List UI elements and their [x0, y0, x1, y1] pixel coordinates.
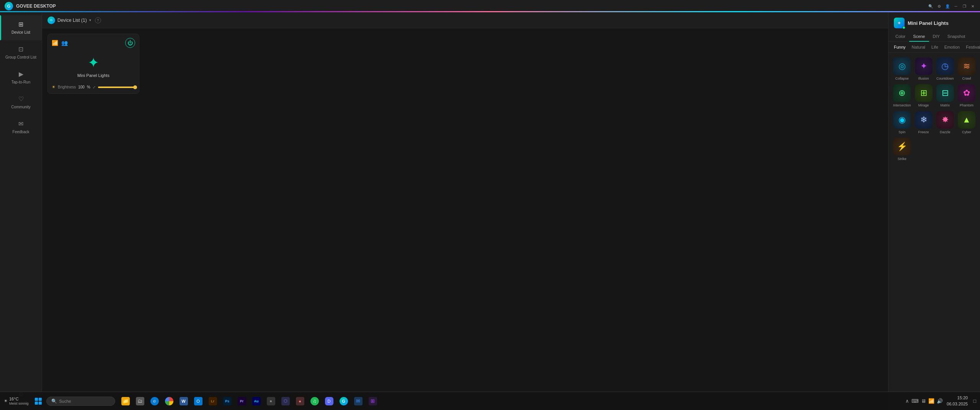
taskbar-app-files[interactable]: 📁	[119, 395, 132, 408]
search-title-icon[interactable]: 🔍	[928, 3, 933, 9]
scene-item-collapse[interactable]: ◎ Collapse	[893, 57, 911, 80]
group-icon: 👥	[61, 40, 68, 46]
sidebar-item-community[interactable]: ♡ Community	[0, 90, 42, 115]
weather-widget[interactable]: ☀ 16°C Meist sonnig	[4, 397, 29, 406]
taskbar-app-ps[interactable]: Ps	[221, 395, 234, 408]
scene-label-illusion: Illusion	[918, 77, 929, 80]
notification-icon[interactable]: □	[973, 398, 976, 404]
taskbar-app-word[interactable]: W	[177, 395, 190, 408]
scene-icon-countdown: ◷	[936, 57, 954, 75]
device-selector[interactable]: G Device List (1) ▾	[47, 16, 91, 24]
device-card-top: 📶 👥 ⏻	[52, 38, 135, 48]
sidebar-item-group-control[interactable]: ⊡ Group Control List	[0, 40, 42, 65]
scene-filter-funny[interactable]: Funny	[892, 44, 907, 50]
clock-time: 15:20	[947, 395, 968, 401]
brightness-slider[interactable]	[98, 87, 135, 88]
sidebar-label-feedback: Feedback	[13, 130, 29, 134]
taskbar-app-pr[interactable]: Pr	[235, 395, 248, 408]
scene-item-mirage[interactable]: ⊞ Mirage	[915, 84, 933, 107]
minimize-button[interactable]: ─	[953, 3, 959, 9]
dropdown-arrow-icon: ▾	[89, 18, 91, 22]
right-panel-tabs: Color Scene DIY Snapshot	[889, 31, 980, 42]
taskbar-app-misc3[interactable]: ●	[294, 395, 307, 408]
wifi-icon: 📶	[52, 40, 58, 46]
scene-label-freeze: Freeze	[918, 130, 929, 134]
scene-icon-illusion: ✦	[915, 57, 933, 75]
taskbar-app-lr[interactable]: Lr	[206, 395, 219, 408]
scene-icon-intersection: ⊕	[893, 84, 911, 102]
taskbar-app-discord[interactable]: D	[323, 395, 336, 408]
sidebar-label-tap-to-run: Tap-to-Run	[11, 80, 30, 85]
scene-item-dazzle[interactable]: ✸ Dazzle	[936, 111, 954, 134]
tray-wifi-tray-icon[interactable]: 📶	[928, 398, 934, 404]
taskbar-app-edge[interactable]: e	[148, 395, 161, 408]
settings-title-icon[interactable]: ⚙	[936, 3, 942, 9]
scene-filter-emotion[interactable]: Emotion	[943, 44, 961, 50]
taskbar-search[interactable]: 🔍 Suche	[46, 397, 115, 406]
sidebar-item-tap-to-run[interactable]: ▶ Tap-to-Run	[0, 65, 42, 90]
scene-item-matrix[interactable]: ⊟ Matrix	[936, 84, 954, 107]
tab-scene[interactable]: Scene	[909, 31, 929, 41]
help-icon[interactable]: ?	[95, 17, 101, 23]
scene-label-cyber: Cyber	[962, 130, 971, 134]
taskbar-app-misc1[interactable]: ■	[265, 395, 278, 408]
app-logo: G	[5, 2, 13, 10]
taskbar-app-outlook[interactable]: O	[192, 395, 205, 408]
power-button[interactable]: ⏻	[125, 38, 135, 48]
scene-icon-cyber: ▲	[958, 111, 975, 129]
scene-item-intersection[interactable]: ⊕ Intersection	[893, 84, 911, 107]
taskbar-clock[interactable]: 15:20 06.03.2025	[947, 395, 968, 407]
sidebar-item-device-list[interactable]: ⊞ Device List	[0, 15, 42, 40]
user-title-icon[interactable]: 👤	[945, 3, 950, 9]
tab-snapshot[interactable]: Snapshot	[944, 31, 969, 41]
scene-item-crawl[interactable]: ≋ Crawl	[958, 57, 975, 80]
scene-icon-mirage: ⊞	[915, 84, 933, 102]
scene-item-strike[interactable]: ⚡ Strike	[893, 138, 911, 161]
scene-item-phantom[interactable]: ✿ Phantom	[958, 84, 975, 107]
scene-filter-natural[interactable]: Natural	[910, 44, 927, 50]
tap-to-run-icon: ▶	[19, 70, 23, 78]
scene-grid: ◎ Collapse ✦ Illusion ◷ Countdown ≋ Craw…	[889, 53, 980, 165]
device-selector-name: Device List (1)	[57, 18, 87, 23]
close-button[interactable]: ✕	[970, 3, 975, 9]
scene-filter-life[interactable]: Life	[930, 44, 940, 50]
misc1-icon: ■	[267, 397, 275, 405]
taskbar-app-spotify[interactable]: ♫	[308, 395, 321, 408]
taskbar-app-govee[interactable]: G	[337, 395, 350, 408]
tray-display-icon[interactable]: 🖥	[921, 398, 926, 404]
tray-chevron-icon[interactable]: ∧	[905, 398, 909, 404]
start-button[interactable]	[33, 395, 44, 407]
discord-icon: D	[325, 397, 333, 405]
tab-diy[interactable]: DIY	[929, 31, 944, 41]
scene-item-freeze[interactable]: ❄ Freeze	[915, 111, 933, 134]
tray-sound-icon[interactable]: 🔊	[937, 398, 943, 404]
brightness-unit: %	[87, 85, 90, 89]
taskbar-app-explorer[interactable]: 🗂	[134, 395, 147, 408]
community-icon: ♡	[18, 95, 24, 103]
taskbar-app-misc2[interactable]: ⬡	[279, 395, 292, 408]
sidebar-item-feedback[interactable]: ✉ Feedback	[0, 115, 42, 140]
scene-filter-festival[interactable]: Festival	[964, 44, 980, 50]
scene-item-illusion[interactable]: ✦ Illusion	[915, 57, 933, 80]
app-container: ⊞ Device List ⊡ Group Control List ▶ Tap…	[0, 12, 980, 410]
brightness-icon: ☀	[52, 85, 56, 90]
scene-icon-crawl: ≋	[958, 57, 975, 75]
scene-label-intersection: Intersection	[893, 103, 911, 107]
app-title: GOVEE DESKTOP	[16, 3, 56, 9]
tray-keyboard-icon[interactable]: ⌨	[911, 398, 919, 404]
taskbar-app-gallery[interactable]: ⊞	[366, 395, 379, 408]
device-card-center: ✦ Mini Panel Lights	[52, 51, 135, 82]
restore-button[interactable]: ❐	[962, 3, 967, 9]
right-panel: ✦ Mini Panel Lights Color Scene DIY Snap…	[888, 12, 980, 410]
taskbar-app-mail[interactable]: ✉	[352, 395, 365, 408]
device-selector-icon: G	[47, 16, 55, 24]
device-card-name: Mini Panel Lights	[77, 73, 109, 78]
scene-icon-strike: ⚡	[893, 138, 911, 155]
scene-item-countdown[interactable]: ◷ Countdown	[936, 57, 954, 80]
scene-item-cyber[interactable]: ▲ Cyber	[958, 111, 975, 134]
tab-color[interactable]: Color	[892, 31, 909, 41]
weather-temp: 16°C	[9, 397, 29, 402]
taskbar-app-au[interactable]: Au	[250, 395, 263, 408]
scene-item-spin[interactable]: ◉ Spin	[893, 111, 911, 134]
taskbar-app-chrome[interactable]	[163, 395, 176, 408]
